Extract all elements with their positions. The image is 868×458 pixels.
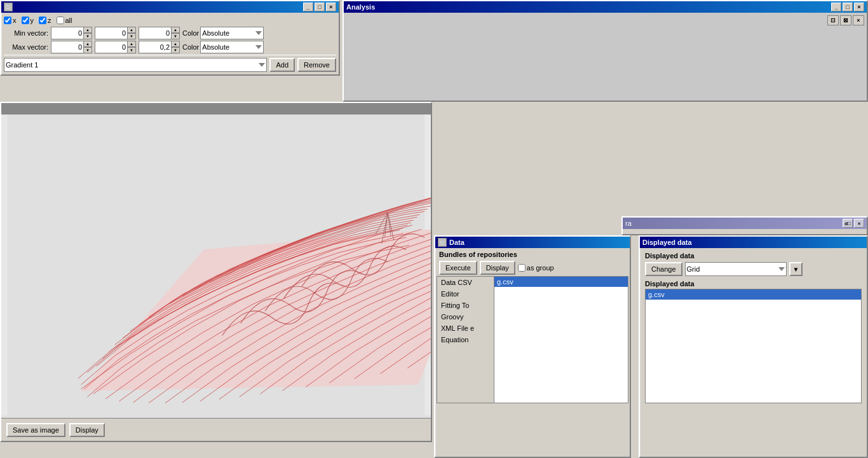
data-repository-item[interactable]: g.csv xyxy=(494,277,628,287)
min-vector-z-input[interactable] xyxy=(139,29,171,38)
data-toolbar: Execute Display as group xyxy=(437,260,628,276)
min-color-dropdown: Color Absolute Relative Custom xyxy=(182,27,264,39)
max-vector-x-down[interactable]: ▼ xyxy=(83,47,92,53)
as-group-label[interactable]: as group xyxy=(518,264,554,272)
min-vector-row: Min vector: ▲ ▼ ▲ ▼ ▲ ▼ xyxy=(4,27,336,39)
xml-file-item[interactable]: XML File e xyxy=(437,323,494,334)
all-checkbox-label[interactable]: all xyxy=(57,17,72,24)
max-vector-z-arrows: ▲ ▼ xyxy=(171,41,180,53)
max-vector-z-input[interactable] xyxy=(139,43,171,52)
separator xyxy=(4,55,336,55)
as-group-checkbox[interactable] xyxy=(518,264,526,272)
displayed-window: Displayed data Displayed data Change Gri… xyxy=(639,235,868,458)
controls-minimize-btn[interactable]: _ xyxy=(303,3,313,11)
max-vector-row: Max vector: ▲ ▼ ▲ ▼ ▲ ▼ xyxy=(4,41,336,53)
groovy-item[interactable]: Groovy xyxy=(437,311,494,323)
max-vector-y-up[interactable]: ▲ xyxy=(127,41,136,47)
max-vector-z-up[interactable]: ▲ xyxy=(171,41,180,47)
max-vector-z[interactable]: ▲ ▼ xyxy=(139,41,180,53)
min-vector-z[interactable]: ▲ ▼ xyxy=(139,27,180,39)
displayed-titlebar[interactable]: Displayed data xyxy=(640,237,867,248)
controls-maximize-btn[interactable]: □ xyxy=(315,3,325,11)
gradient-row: Gradient 1 Gradient 2 Gradient 3 Add Rem… xyxy=(4,58,336,72)
analysis-body: ⊡ ⊠ × xyxy=(344,13,867,101)
analysis-close-btn[interactable]: × xyxy=(854,3,864,11)
execute-btn[interactable]: Execute xyxy=(439,261,477,275)
viz-body: Save as image Display xyxy=(1,114,431,441)
controls-titlebar-buttons: _ □ × xyxy=(303,3,336,11)
gradient-select[interactable]: Gradient 1 Gradient 2 Gradient 3 xyxy=(4,58,267,72)
min-vector-y-up[interactable]: ▲ xyxy=(127,27,136,33)
min-vector-z-up[interactable]: ▲ xyxy=(171,27,180,33)
analysis-corner-btn2[interactable]: ⊠ xyxy=(840,15,851,25)
max-vector-y[interactable]: ▲ ▼ xyxy=(95,41,136,53)
z-checkbox-label[interactable]: z xyxy=(39,17,51,24)
viz-canvas xyxy=(1,114,431,415)
sub-window-btn2[interactable]: × xyxy=(854,219,864,228)
z-label: z xyxy=(48,17,51,24)
data-right-panel: g.csv xyxy=(494,277,628,403)
fitting-item[interactable]: Fitting To xyxy=(437,300,494,311)
displayed-section-header: Displayed data xyxy=(642,251,864,261)
all-label: all xyxy=(65,17,72,24)
editor-item[interactable]: Editor xyxy=(437,288,494,300)
min-vector-x[interactable]: ▲ ▼ xyxy=(51,27,92,39)
data-titlebar[interactable]: □ Data xyxy=(435,237,630,248)
min-vector-y-input[interactable] xyxy=(95,29,127,38)
y-checkbox-label[interactable]: y xyxy=(22,17,34,24)
data-content: Data CSV Editor Fitting To Groovy XML Fi… xyxy=(437,276,628,403)
max-vector-y-down[interactable]: ▼ xyxy=(127,47,136,53)
grid-select[interactable]: Grid Surface Contour xyxy=(685,262,787,276)
min-vector-x-arrows: ▲ ▼ xyxy=(83,27,92,39)
analysis-corner-btn1[interactable]: ⊡ xyxy=(827,15,839,25)
min-vector-x-down[interactable]: ▼ xyxy=(83,33,92,39)
analysis-title: Analysis xyxy=(346,3,375,11)
min-vector-z-arrows: ▲ ▼ xyxy=(171,27,180,39)
analysis-titlebar[interactable]: Analysis _ □ × xyxy=(344,1,867,13)
min-vector-x-input[interactable] xyxy=(51,29,83,38)
min-vector-y-down[interactable]: ▼ xyxy=(127,33,136,39)
viz-footer: Save as image Display xyxy=(1,418,431,441)
data-display-btn[interactable]: Display xyxy=(480,261,515,275)
sub-window: ra d□ × xyxy=(621,216,868,235)
sub-window-buttons: d□ × xyxy=(843,219,864,228)
min-vector-y[interactable]: ▲ ▼ xyxy=(95,27,136,39)
max-vector-x-arrows: ▲ ▼ xyxy=(83,41,92,53)
max-vector-y-input[interactable] xyxy=(95,43,127,52)
all-checkbox[interactable] xyxy=(57,17,64,24)
sub-window-titlebar[interactable]: ra d□ × xyxy=(623,218,867,229)
analysis-minimize-btn[interactable]: _ xyxy=(831,3,841,11)
min-vector-x-up[interactable]: ▲ xyxy=(83,27,92,33)
remove-gradient-btn[interactable]: Remove xyxy=(297,58,336,72)
displayed-extra-btn[interactable]: ▼ xyxy=(789,262,803,276)
viz-titlebar[interactable] xyxy=(1,103,431,114)
z-checkbox[interactable] xyxy=(39,17,46,24)
viz-display-btn[interactable]: Display xyxy=(69,423,105,437)
max-vector-z-down[interactable]: ▼ xyxy=(171,47,180,53)
displayed-list-item[interactable]: g.csv xyxy=(646,289,861,300)
equation-item[interactable]: Equation xyxy=(437,334,494,345)
x-checkbox[interactable] xyxy=(4,17,11,24)
min-color-select[interactable]: Absolute Relative Custom xyxy=(200,27,264,39)
controls-titlebar[interactable]: □ _ □ × xyxy=(1,1,339,13)
max-vector-x[interactable]: ▲ ▼ xyxy=(51,41,92,53)
sub-window-btn1[interactable]: d□ xyxy=(843,219,853,228)
controls-window: □ _ □ × x y z all xyxy=(0,0,340,76)
save-as-image-btn[interactable]: Save as image xyxy=(6,423,65,437)
y-checkbox[interactable] xyxy=(22,17,29,24)
max-vector-x-up[interactable]: ▲ xyxy=(83,41,92,47)
add-gradient-btn[interactable]: Add xyxy=(269,58,295,72)
max-vector-x-input[interactable] xyxy=(51,43,83,52)
max-color-select[interactable]: Absolute Relative Custom xyxy=(200,41,264,53)
viz-window: Save as image Display xyxy=(0,102,432,442)
data-csv-item[interactable]: Data CSV xyxy=(437,277,494,288)
change-btn[interactable]: Change xyxy=(645,262,682,276)
controls-body: x y z all Min vector: ▲ ▼ xyxy=(1,13,339,74)
analysis-maximize-btn[interactable]: □ xyxy=(843,3,853,11)
min-vector-z-down[interactable]: ▼ xyxy=(171,33,180,39)
x-checkbox-label[interactable]: x xyxy=(4,17,17,24)
displayed-title: Displayed data xyxy=(642,239,692,246)
analysis-corner-btn3[interactable]: × xyxy=(853,15,864,25)
data-body: Bundles of repositories Execute Display … xyxy=(435,248,630,405)
controls-close-btn[interactable]: × xyxy=(326,3,336,11)
